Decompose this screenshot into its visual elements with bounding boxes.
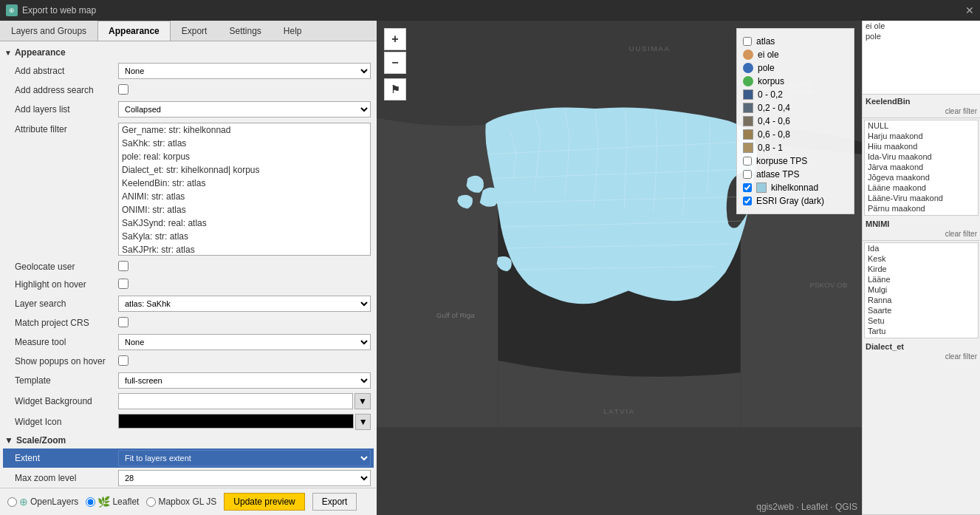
attr-filter-item[interactable]: SaKJPrk: str: atlas <box>119 243 370 256</box>
mnimi-jogeva[interactable]: Jõgeva maakond <box>865 172 978 183</box>
dialect-saarte[interactable]: Saarte <box>865 305 978 316</box>
add-abstract-control[interactable]: None <box>118 63 371 79</box>
tab-export[interactable]: Export <box>171 21 219 41</box>
legend-02-04-swatch <box>743 103 753 113</box>
widget-icon-swatch[interactable] <box>118 414 354 429</box>
tab-layers-groups[interactable]: Layers and Groups <box>0 21 97 41</box>
match-project-crs-label: Match project CRS <box>15 318 118 328</box>
filter-eiole-item[interactable]: ei ole <box>863 21 980 31</box>
update-preview-button[interactable]: Update preview <box>224 493 304 511</box>
tab-appearance[interactable]: Appearance <box>97 21 171 41</box>
dialect-kirde[interactable]: Kirde <box>865 264 978 274</box>
filter-pole-item[interactable]: pole <box>863 31 980 41</box>
mnimi-idaviru[interactable]: Ida-Viru maakond <box>865 151 978 162</box>
extent-label: Extent <box>15 453 118 463</box>
legend-kihelkonnad-checkbox[interactable] <box>743 183 752 192</box>
add-abstract-select[interactable]: None <box>118 63 371 79</box>
keelendbin-clear-filter[interactable]: clear filter <box>863 106 980 117</box>
layer-search-row: Layer search atlas: SaKhk <box>3 293 374 314</box>
dialect-ida[interactable]: Ida <box>865 243 978 253</box>
dialect-tartu[interactable]: Tartu <box>865 326 978 336</box>
dialect-ranna[interactable]: Ranna <box>865 295 978 305</box>
close-button[interactable]: ✕ <box>965 4 974 16</box>
legend-korpus-swatch <box>743 76 753 86</box>
dialect-setu[interactable]: Setu <box>865 316 978 326</box>
attribute-filter-label: Attribute filter <box>15 123 118 134</box>
dialect-clear-filter[interactable]: clear filter <box>863 352 980 363</box>
widget-background-input[interactable] <box>118 393 353 409</box>
appearance-section-header[interactable]: ▼ Appearance <box>3 44 374 61</box>
leaflet-radio-label[interactable]: 🌿 Leaflet <box>86 496 139 508</box>
dialect-laane[interactable]: Lääne <box>865 274 978 284</box>
legend-04-06-label: 0,4 - 0,6 <box>758 116 790 126</box>
attribute-filter-list[interactable]: Ger_name: str: kihelkonnadSaKhk: str: at… <box>118 123 371 256</box>
legend-item-08-1: 0,8 - 1 <box>743 141 848 154</box>
legend-item-atlas: atlas <box>743 35 848 48</box>
match-project-crs-row: Match project CRS <box>3 314 374 332</box>
export-button[interactable]: Export <box>312 493 357 511</box>
mnimi-harju[interactable]: Harju maakond <box>865 131 978 141</box>
measure-tool-select[interactable]: None <box>118 334 371 350</box>
zoom-in-button[interactable]: + <box>384 28 406 50</box>
attr-filter-item[interactable]: pole: real: korpus <box>119 150 370 163</box>
extent-select[interactable]: Fit to layers extent <box>118 450 371 466</box>
add-address-search-checkbox[interactable] <box>118 84 129 95</box>
template-row: Template full-screen <box>3 370 374 391</box>
template-select[interactable]: full-screen <box>118 372 371 389</box>
legend-atlas-checkbox[interactable] <box>743 37 752 46</box>
widget-icon-picker[interactable]: ▼ <box>355 414 371 430</box>
legend-korpuse-tps-checkbox[interactable] <box>743 157 752 166</box>
dialect-kesk[interactable]: Kesk <box>865 253 978 264</box>
scale-zoom-header[interactable]: ▼ Scale/Zoom <box>3 432 374 449</box>
dialect-list[interactable]: Ida Kesk Kirde Lääne Mulgi Ranna Saarte … <box>864 242 979 338</box>
attr-filter-item[interactable]: SaKyla: str: atlas <box>119 230 370 243</box>
attr-filter-item[interactable]: ONIMI: str: atlas <box>119 203 370 216</box>
mapboxgl-radio-label[interactable]: Mapbox GL JS <box>146 497 216 507</box>
mnimi-parnu[interactable]: Pärnu maakond <box>865 203 978 214</box>
mnimi-laaneviru[interactable]: Lääne-Viru maakond <box>865 193 978 203</box>
layer-search-select[interactable]: atlas: SaKhk <box>118 296 371 312</box>
match-project-crs-checkbox[interactable] <box>118 317 129 327</box>
zoom-out-button[interactable]: − <box>384 52 406 74</box>
attr-filter-item[interactable]: KeelendBin: str: atlas <box>119 177 370 190</box>
svg-text:UUSIMAA: UUSIMAA <box>628 44 670 52</box>
add-layers-list-select[interactable]: Collapsed <box>118 101 371 117</box>
legend-eiole-swatch <box>743 50 753 60</box>
mnimi-list[interactable]: NULL Harju maakond Hiiu maakond Ida-Viru… <box>864 120 979 216</box>
leaflet-radio[interactable] <box>86 497 95 507</box>
highlight-on-hover-checkbox[interactable] <box>118 279 129 289</box>
geolocate-user-checkbox[interactable] <box>118 261 129 271</box>
filter-top-scroll[interactable]: ei ole pole <box>863 21 980 95</box>
openlayers-radio[interactable] <box>7 497 17 507</box>
attr-filter-item[interactable]: ANIMI: str: atlas <box>119 190 370 203</box>
widget-background-picker[interactable]: ▼ <box>354 393 371 409</box>
add-layers-list-label: Add layers list <box>15 104 118 115</box>
mnimi-hiiu[interactable]: Hiiu maakond <box>865 141 978 151</box>
dialect-label: Dialect_et <box>863 340 980 352</box>
legend-esri-checkbox[interactable] <box>743 197 752 205</box>
mnimi-jarva[interactable]: Järva maakond <box>865 162 978 172</box>
keelendbin-section: KeelendBin clear filter <box>863 95 980 118</box>
left-content: ▼ Appearance Add abstract None Add addre… <box>0 41 377 488</box>
legend-korpus-label: korpus <box>758 76 784 86</box>
openlayers-radio-label[interactable]: ⊕ OpenLayers <box>7 496 78 508</box>
legend-02-04-label: 0,2 - 0,4 <box>758 103 790 113</box>
max-zoom-select[interactable]: 28 <box>118 470 371 486</box>
dialect-mulgi[interactable]: Mulgi <box>865 284 978 295</box>
bookmark-button[interactable]: ⚑ <box>384 78 406 100</box>
attr-filter-item[interactable]: SaKhk: str: atlas <box>119 137 370 150</box>
legend-atlase-tps-checkbox[interactable] <box>743 170 752 179</box>
attr-filter-item[interactable]: SaKJSynd: real: atlas <box>119 216 370 230</box>
legend-esri-label: ESRI Gray (dark) <box>756 196 824 206</box>
mnimi-clear-filter[interactable]: clear filter <box>863 229 980 240</box>
show-popups-checkbox[interactable] <box>118 355 129 366</box>
mapboxgl-radio[interactable] <box>146 497 156 507</box>
attr-filter-item[interactable]: Ger_name: str: kihelkonnad <box>119 123 370 137</box>
mnimi-laane[interactable]: Lääne maakond <box>865 183 978 193</box>
legend-item-esri: ESRI Gray (dark) <box>743 194 848 208</box>
attr-filter-item[interactable]: Dialect_et: str: kihelkonnad| korpus <box>119 163 370 177</box>
tab-settings[interactable]: Settings <box>218 21 272 41</box>
mnimi-null[interactable]: NULL <box>865 120 978 131</box>
tab-help[interactable]: Help <box>273 21 313 41</box>
add-abstract-label: Add abstract <box>15 66 118 76</box>
